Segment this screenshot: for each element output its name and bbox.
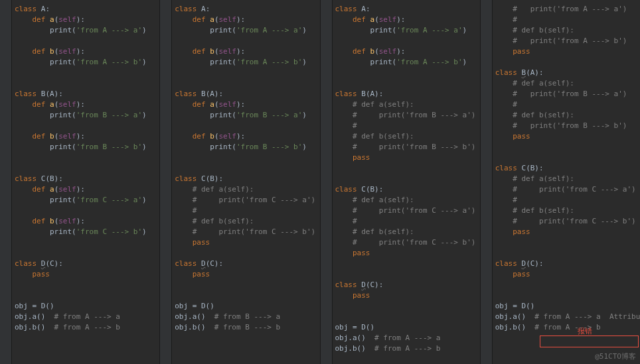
- stmt-assign: obj = D(): [335, 323, 375, 332]
- kw-pass: pass: [33, 270, 50, 278]
- colon: :: [206, 5, 210, 13]
- comment: # def a(self):: [513, 174, 574, 183]
- pane-2[interactable]: class A: def a(self): print('from A --->…: [160, 0, 320, 364]
- pane-1[interactable]: class A: def a(self): print('from A --->…: [0, 0, 160, 364]
- kw-pass: pass: [193, 270, 210, 278]
- comment: # def a(self):: [193, 185, 254, 194]
- fn-name: a: [50, 100, 54, 109]
- error-label: 报错: [578, 326, 592, 336]
- kw-class: class: [15, 174, 37, 183]
- stmt: print('from A ---> a'): [370, 26, 467, 34]
- pane-3[interactable]: class A: def a(self): print('from A --->…: [321, 0, 481, 364]
- stmt: print('from A ---> b'): [50, 58, 147, 66]
- colon: :: [58, 259, 63, 268]
- kw-class: class: [175, 90, 197, 98]
- comment: # print('from B ---> b'): [353, 143, 475, 151]
- stmt-call: obj.a(): [15, 312, 45, 321]
- kw-class: class: [15, 259, 37, 268]
- stmt: print('from C ---> a'): [50, 196, 147, 204]
- args: (self):: [374, 47, 405, 56]
- kw-class: class: [495, 259, 517, 268]
- class-name: A: [361, 5, 366, 13]
- comment: # def b(self):: [353, 227, 414, 236]
- class-name: B: [361, 90, 366, 98]
- comment: # def b(self):: [513, 26, 574, 34]
- gutter: [321, 0, 333, 364]
- colon: :: [58, 174, 63, 183]
- class-name: D: [201, 259, 206, 268]
- stmt-call: obj.a(): [335, 334, 366, 342]
- comment: # from A ---> b: [374, 344, 440, 353]
- base: (C): [45, 259, 58, 268]
- colon: :: [366, 5, 370, 13]
- fn-name: b: [50, 47, 54, 56]
- stmt-call: obj.a(): [175, 312, 205, 321]
- stmt-assign: obj = D(): [495, 302, 535, 310]
- kw-def: def: [193, 100, 206, 109]
- stmt-call: obj.a(): [495, 312, 526, 321]
- kw-class: class: [335, 280, 357, 289]
- base: (B): [206, 174, 219, 183]
- args: (self):: [214, 100, 245, 109]
- error-highlight-box: [540, 335, 639, 347]
- stmt: print('from C ---> b'): [50, 227, 147, 236]
- kw-class: class: [335, 90, 357, 98]
- args: (self):: [214, 15, 245, 24]
- kw-class: class: [495, 164, 517, 172]
- fn-name: a: [50, 185, 54, 194]
- kw-class: class: [335, 185, 357, 194]
- base: (B): [526, 164, 539, 172]
- comment: # from A ---> a: [54, 312, 120, 321]
- code-block[interactable]: class A: def a(self): print('from A --->…: [321, 0, 480, 354]
- kw-class: class: [175, 259, 197, 268]
- code-block[interactable]: # print('from A ---> a') # # def b(self)…: [481, 0, 640, 333]
- comment: # def b(self):: [193, 217, 254, 225]
- code-block[interactable]: class A: def a(self): print('from A --->…: [160, 0, 319, 333]
- base: (B): [45, 174, 58, 183]
- code-block[interactable]: class A: def a(self): print('from A --->…: [0, 0, 159, 333]
- colon: :: [219, 259, 224, 268]
- base: (C): [206, 259, 219, 268]
- comment: # from B ---> b: [214, 323, 280, 332]
- colon: :: [219, 174, 224, 183]
- comment: # print('from A ---> a'): [513, 5, 627, 13]
- comment: # def b(self):: [513, 111, 574, 119]
- comment: # print('from C ---> b'): [513, 217, 635, 225]
- comment: #: [513, 15, 517, 24]
- args: (self):: [54, 217, 85, 225]
- stmt: print('from A ---> b'): [370, 58, 467, 66]
- base: (A): [366, 90, 379, 98]
- class-name: C: [201, 174, 206, 183]
- comment: # print('from C ---> a'): [353, 206, 475, 215]
- gutter: [0, 0, 12, 364]
- kw-pass: pass: [513, 270, 530, 278]
- stmt: print('from B ---> b'): [210, 143, 307, 151]
- comment: # print('from C ---> a'): [513, 185, 635, 194]
- kw-def: def: [33, 47, 46, 56]
- kw-def: def: [193, 132, 206, 141]
- comment: # def a(self):: [353, 196, 414, 204]
- stmt: print('from B ---> a'): [50, 111, 147, 119]
- kw-class: class: [335, 5, 357, 13]
- pane-4[interactable]: # print('from A ---> a') # # def b(self)…: [481, 0, 640, 364]
- kw-pass: pass: [353, 291, 370, 300]
- gutter: [481, 0, 493, 364]
- stmt: print('from B ---> a'): [210, 111, 307, 119]
- stmt: print('from A ---> a'): [210, 26, 307, 34]
- stmt-assign: obj = D(): [15, 302, 54, 310]
- class-name: C: [361, 185, 366, 194]
- args: (self):: [54, 100, 85, 109]
- kw-class: class: [15, 90, 37, 98]
- comment: #: [513, 100, 517, 109]
- args: (self):: [374, 15, 405, 24]
- colon: :: [539, 164, 544, 172]
- comment: #: [193, 206, 197, 215]
- comment: # print('from C ---> a'): [193, 196, 315, 204]
- kw-class: class: [175, 174, 197, 183]
- comment: #: [353, 121, 357, 130]
- args: (self):: [214, 132, 245, 141]
- base: (A): [526, 68, 539, 77]
- comment: # print('from A ---> b'): [513, 36, 627, 45]
- comment: # from B ---> a: [214, 312, 280, 321]
- base: (A): [206, 90, 219, 98]
